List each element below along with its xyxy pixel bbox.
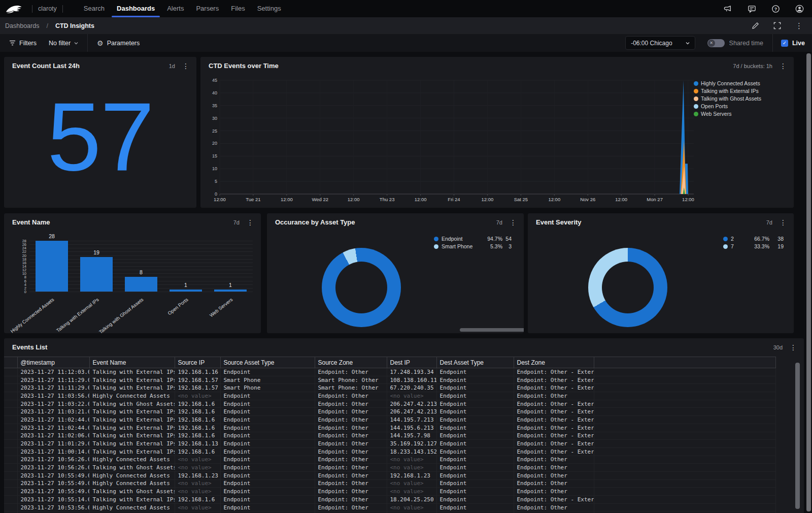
nav-item-files[interactable]: Files <box>225 0 251 17</box>
table-row[interactable]: 2023-11-27 11:03:22.000Talking with Ghos… <box>4 400 775 408</box>
table-cell: <no value> <box>387 479 436 488</box>
column-header[interactable]: Source IP <box>175 357 220 368</box>
time-range-badge: 30d <box>773 344 783 350</box>
legend-dot <box>694 112 698 116</box>
bar[interactable] <box>80 257 113 292</box>
filters-button[interactable]: Filters <box>9 40 37 47</box>
widget-menu-kebab-icon[interactable]: ⋮ <box>182 62 189 70</box>
toolbar-divider <box>772 34 773 52</box>
table-cell: Endpoint <box>436 424 514 432</box>
table-row[interactable]: 2023-11-27 11:02:06.000Talking with Exte… <box>4 432 775 440</box>
severity-donut-chart[interactable] <box>588 248 667 327</box>
column-header[interactable]: Dest IP <box>387 357 436 368</box>
table-row[interactable]: 2023-11-27 11:11:29.000Talking with Exte… <box>4 376 775 384</box>
occurance-donut-chart[interactable] <box>322 248 401 327</box>
legend-item[interactable]: Talking with Ghost Assets <box>694 95 761 102</box>
crowdstrike-falcon-logo[interactable] <box>5 3 22 15</box>
table-row[interactable]: 2023-11-27 11:01:29.000Talking with Exte… <box>4 440 775 448</box>
table-row[interactable]: 2023-11-27 10:53:56.000Highly Connected … <box>4 503 775 511</box>
time-range-badge: 1d <box>169 63 175 69</box>
feedback-chat-icon[interactable] <box>748 5 756 13</box>
events-over-time-chart[interactable]: 05101520253035404512:00Tue 2112:00Wed 22… <box>207 78 697 204</box>
widget-menu-kebab-icon[interactable]: ⋮ <box>510 219 517 226</box>
legend-item[interactable]: Endpoint94.7%54 <box>434 236 512 242</box>
bar[interactable] <box>36 241 68 292</box>
table-cell: Endpoint: Other <box>315 400 387 408</box>
table-row[interactable]: 2023-11-27 11:03:21.000Talking with Exte… <box>4 408 775 416</box>
widget-event-name: Event Name 7d ⋮ 024681012141618202224262… <box>4 213 261 333</box>
bar[interactable] <box>170 290 202 292</box>
user-avatar-icon[interactable] <box>795 5 804 13</box>
nav-item-parsers[interactable]: Parsers <box>190 0 225 17</box>
svg-text:0: 0 <box>215 191 217 197</box>
edit-pencil-icon[interactable] <box>752 22 759 29</box>
table-cell: <no value> <box>175 503 220 511</box>
widget-menu-kebab-icon[interactable]: ⋮ <box>247 219 254 226</box>
legend-item[interactable]: Smart Phone5.3%3 <box>434 243 512 249</box>
filter-select[interactable]: No filter <box>49 40 78 47</box>
table-cell: <no value> <box>175 488 220 496</box>
live-checkbox[interactable]: ✓ <box>781 40 788 47</box>
fullscreen-icon[interactable] <box>773 22 781 29</box>
page-vertical-scrollbar[interactable] <box>806 53 811 511</box>
table-cell: Endpoint <box>220 392 315 400</box>
table-row[interactable]: 2023-11-27 10:55:14.000Talking with Exte… <box>4 496 775 504</box>
widget-event-count: Event Count Last 24h 1d ⋮ 57 <box>4 57 196 208</box>
table-cell: Endpoint <box>220 456 315 464</box>
repository-name[interactable]: claroty <box>38 5 57 12</box>
table-vertical-scrollbar[interactable] <box>795 363 800 509</box>
widget-menu-kebab-icon[interactable]: ⋮ <box>780 62 787 70</box>
column-header[interactable]: Source Zone <box>315 357 387 368</box>
svg-text:35: 35 <box>212 103 217 108</box>
table-row[interactable]: 2023-11-27 11:02:44.000Talking with Exte… <box>4 424 775 432</box>
widget-menu-kebab-icon[interactable]: ⋮ <box>790 344 797 351</box>
legend-item[interactable]: 266.7%38 <box>723 236 784 242</box>
legend-dot <box>694 97 698 101</box>
column-header[interactable]: Event Name <box>89 357 175 368</box>
timezone-select[interactable]: -06:00 Chicago <box>625 36 695 50</box>
table-cell: Endpoint <box>436 384 514 392</box>
bar[interactable] <box>125 277 157 292</box>
parameters-button[interactable]: ⚙ Parameters <box>97 40 140 47</box>
legend-item[interactable]: Web Servers <box>694 111 761 117</box>
table-row[interactable]: 2023-11-27 10:55:49.000Highly Connected … <box>4 471 775 479</box>
table-cell: Endpoint: Other <box>315 488 387 496</box>
column-header[interactable]: Dest Zone <box>514 357 594 368</box>
legend-item[interactable]: 733.3%19 <box>723 243 784 249</box>
event-name-bar-chart[interactable]: 024681012141618202224262828Highly Connec… <box>12 234 253 330</box>
nav-item-settings[interactable]: Settings <box>251 0 287 17</box>
table-row[interactable]: 2023-11-27 10:56:26.000Talking with Ghos… <box>4 464 775 472</box>
legend-item[interactable]: Open Ports <box>694 103 761 109</box>
nav-item-alerts[interactable]: Alerts <box>161 0 190 17</box>
table-row[interactable]: 2023-11-27 11:11:29.000Talking with Exte… <box>4 384 775 392</box>
table-row[interactable]: 2023-11-27 11:03:56.000Highly Connected … <box>4 392 775 400</box>
column-header[interactable]: Source Asset Type <box>220 357 315 368</box>
shared-time-toggle[interactable]: ✕ <box>707 39 725 47</box>
dashboard-menu-kebab-icon[interactable]: ⋮ <box>795 22 803 29</box>
breadcrumb-root[interactable]: Dashboards <box>5 22 39 29</box>
help-icon[interactable]: ? <box>771 5 780 13</box>
table-cell: Talking with External IPs <box>89 368 175 376</box>
table-cell: <no value> <box>175 479 220 488</box>
table-row[interactable]: 2023-11-27 10:56:26.000Highly Connected … <box>4 456 775 464</box>
table-row[interactable]: 2023-11-27 10:55:49.000Talking with Ghos… <box>4 488 775 496</box>
nav-item-dashboards[interactable]: Dashboards <box>111 0 161 17</box>
widget-menu-kebab-icon[interactable]: ⋮ <box>780 219 787 226</box>
svg-text:Nov 26: Nov 26 <box>580 197 595 202</box>
horizontal-scrollbar[interactable] <box>460 328 524 332</box>
table-row[interactable]: 2023-11-27 11:02:44.000Talking with Exte… <box>4 416 775 424</box>
table-row[interactable]: 2023-11-27 11:00:14.000Talking with Exte… <box>4 447 775 456</box>
nav-menu: SearchDashboardsAlertsParsersFilesSettin… <box>78 0 287 17</box>
filters-label: Filters <box>19 40 37 47</box>
announcement-icon[interactable] <box>724 5 732 13</box>
donut-hole <box>602 262 654 313</box>
table-row[interactable]: 2023-11-27 11:12:03.000Talking with Exte… <box>4 368 775 376</box>
column-header[interactable]: @timestamp <box>17 357 89 368</box>
legend-item[interactable]: Talking with External IPs <box>694 88 761 94</box>
nav-item-search[interactable]: Search <box>78 0 111 17</box>
table-row[interactable]: 2023-11-27 10:55:49.000Highly Connected … <box>4 479 775 488</box>
legend-item[interactable]: Highly Connected Assets <box>694 80 761 86</box>
bar[interactable] <box>214 290 247 292</box>
column-header[interactable]: Dest Asset Type <box>436 357 514 368</box>
nav-divider <box>62 5 63 13</box>
